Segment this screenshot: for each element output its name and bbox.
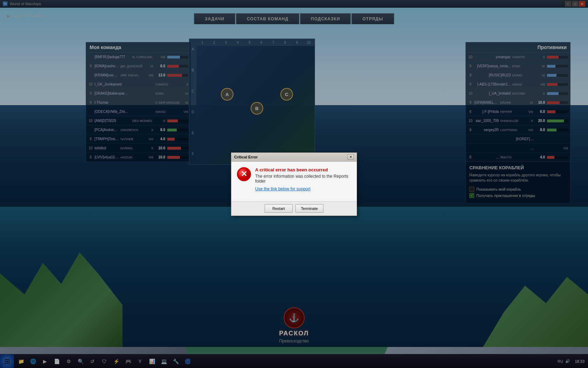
dialog-title: Critical Error [234,155,258,159]
dialog-footer: Restart Terminate [231,201,357,216]
dialog-content: ✕ A critical error has been occurred The… [237,167,351,191]
error-icon: ✕ [237,167,251,181]
dialog-close-button[interactable]: ✕ [348,154,354,160]
error-x-icon: ✕ [241,170,247,179]
dialog-support-link[interactable]: Use the link below for support [255,186,351,191]
dialog-overlay: Critical Error ✕ ✕ A critical error has … [0,0,588,368]
dialog-body: ✕ A critical error has been occurred The… [231,162,357,201]
critical-error-dialog: Critical Error ✕ ✕ A critical error has … [231,152,357,216]
dialog-main-message: A critical error has been occurred [255,167,351,172]
dialog-messages: A critical error has been occurred The e… [255,167,351,191]
dialog-title-bar: Critical Error ✕ [231,153,357,162]
terminate-button[interactable]: Terminate [295,204,323,213]
dialog-sub-message: The error information was collected to t… [255,174,351,184]
restart-button[interactable]: Restart [265,204,293,213]
